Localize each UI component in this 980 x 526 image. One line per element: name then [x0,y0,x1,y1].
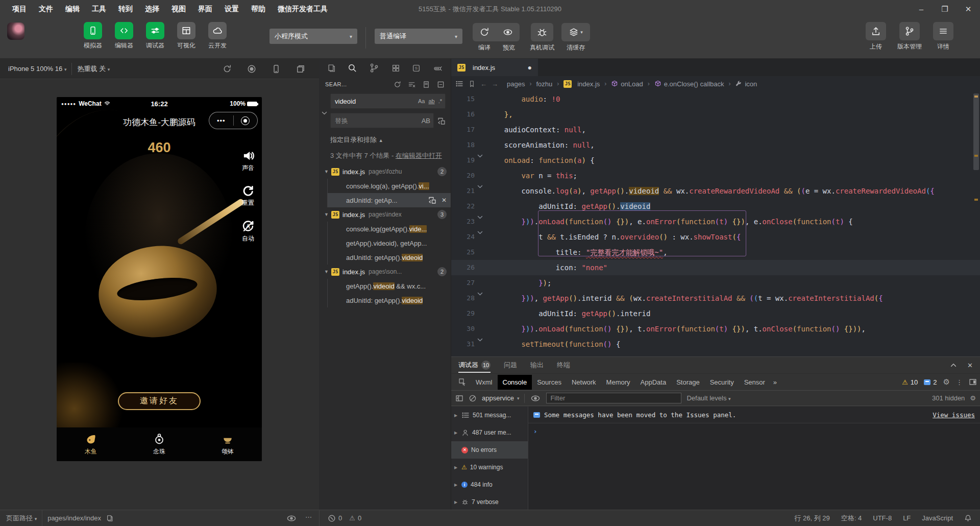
重置-button[interactable]: 重置 [241,185,255,207]
whole-word-toggle[interactable]: ab [428,98,434,104]
code-line[interactable]: 16 }, [451,107,980,122]
outline-icon[interactable] [455,80,463,88]
code-line[interactable]: 18 scoreAnimation: null, [451,137,980,153]
result-match-row[interactable]: adUnitId: getAp...✕ [328,193,451,207]
menu-工具[interactable]: 工具 [87,3,111,16]
nav-forward-icon[interactable]: → [492,80,498,88]
code-line[interactable]: 22 adUnitId: getApp().videoid [451,199,980,214]
声音-button[interactable]: 声音 [241,149,255,173]
breadcrumb-item[interactable]: JSindex.js [564,80,600,88]
copy-path-icon[interactable] [106,515,113,522]
devtools-tab-Storage[interactable]: Storage [671,375,705,390]
result-file-row[interactable]: ▼JSindex.jspages\fozhu2 [319,164,451,179]
twistie-icon[interactable]: ▼ [324,212,331,217]
log-levels-select[interactable]: Default levels ▾ [687,394,730,402]
menu-编辑[interactable]: 编辑 [60,3,85,16]
breadcrumb-item[interactable]: fozhu [536,80,552,88]
more-options-icon[interactable]: ⋯ [305,513,312,523]
console-sidebar-toggle-icon[interactable] [455,394,463,402]
phone-tab-颂钵[interactable]: 颂钵 [193,427,262,461]
panel-tab-输出[interactable]: 输出 [530,357,544,373]
cursor-position[interactable]: 行 26, 列 29 [794,514,829,523]
fold-chevron-icon[interactable] [477,153,484,159]
open-in-editor-link[interactable]: 在编辑器中打开 [396,152,442,159]
minimize-button[interactable]: – [910,0,933,18]
replace-input[interactable] [335,117,418,125]
search-input[interactable] [335,98,414,105]
search-icon[interactable] [348,63,357,73]
breadcrumb-item[interactable]: e.onClose() callback [654,80,724,88]
collapse-panel-icon[interactable] [950,362,957,369]
result-match-row[interactable]: adUnitId: getApp().videoid [328,293,451,307]
watch-eye-icon[interactable] [286,513,297,523]
devtools-tab-Security[interactable]: Security [705,375,739,390]
device-select[interactable]: iPhone 5 100% 16 ▾ [0,65,71,73]
toggle-调试器[interactable]: 调试器 [142,22,168,50]
tab-index-js[interactable]: JS index.js ● [451,59,538,76]
exit-button[interactable] [234,112,258,129]
code-line[interactable]: 15 audio: !0 [451,91,980,107]
menu-微信开发者工具[interactable]: 微信开发者工具 [273,3,333,16]
console-filter-error[interactable]: ✕No errors [451,441,528,459]
result-match-row[interactable]: console.log(getApp().vide... [328,222,451,236]
whale-icon[interactable] [433,64,443,73]
mode-select[interactable]: 小程序模式▾ [270,29,357,44]
close-panel-icon[interactable]: ✕ [967,362,973,369]
phone-tab-念珠[interactable]: 念珠 [125,427,193,461]
devtools-menu-icon[interactable]: ⋮ [956,378,963,386]
menu-项目[interactable]: 项目 [7,3,32,16]
console-filter-warning[interactable]: ▶⚠10 warnings [451,459,528,476]
devtools-tab-Wxml[interactable]: Wxml [471,375,498,390]
open-in-editor-icon[interactable] [423,81,430,88]
replace-icon[interactable] [428,196,436,204]
自动-button[interactable]: A自动 [241,220,255,243]
toggle-云开发[interactable]: 云开发 [204,22,231,50]
result-match-row[interactable]: console.log(a), getApp().vi... [328,179,451,193]
invite-friends-button[interactable]: 邀请好友 [118,392,201,410]
preserve-case-toggle[interactable]: AB [422,117,430,125]
dismiss-icon[interactable]: ✕ [442,197,447,204]
multi-window-icon[interactable] [296,64,305,74]
console-prompt[interactable]: › [528,423,980,439]
menu-帮助[interactable]: 帮助 [246,3,271,16]
devtools-tab-AppData[interactable]: AppData [635,375,672,390]
result-match-row[interactable]: getApp().videoid && wx.c... [328,279,451,293]
breadcrumb-item[interactable]: icon [735,80,757,88]
panel-tab-调试器[interactable]: 调试器10 [458,357,491,373]
console-filter-verbose[interactable]: ▶7 verbose [451,493,528,511]
code-line[interactable]: 25 title: "完整看完才能解锁哦~", [451,245,980,260]
record-icon[interactable] [247,64,256,74]
context-select[interactable]: appservice▾ [482,394,519,402]
result-file-row[interactable]: ▼JSindex.jspages\son...2 [319,265,451,279]
menu-视图[interactable]: 视图 [166,3,191,16]
result-match-row[interactable]: adUnitId: getApp().videoid [328,250,451,265]
encoding[interactable]: UTF-8 [873,514,892,522]
refresh-search-icon[interactable] [394,81,401,88]
live-expression-eye-icon[interactable] [530,393,541,403]
详情-button[interactable]: 详情 [933,22,953,51]
error-count[interactable] [328,514,336,522]
nav-back-icon[interactable]: ← [480,80,487,88]
code-line[interactable]: 24 t && t.isEnded ? n.overvideo() : wx.s… [451,229,980,245]
code-editor[interactable]: 15 audio: !016 },17 audioContext: null,1… [451,91,980,356]
language-mode[interactable]: JavaScript [922,514,953,522]
panel-tab-问题[interactable]: 问题 [504,357,517,373]
more-tabs-icon[interactable]: » [773,378,777,386]
preview-button[interactable] [496,23,520,41]
page-path-select[interactable]: 页面路径 ▾ [6,514,37,523]
menu-转到[interactable]: 转到 [113,3,138,16]
compile-mode-select[interactable]: 普通编译▾ [375,29,462,44]
replace-all-icon[interactable] [437,117,446,125]
code-line[interactable]: 31 setTimeout(function() { [451,337,980,352]
toggle-编辑器[interactable]: 编辑器 [111,22,137,50]
rotate-icon[interactable] [223,64,232,74]
console-filter-info[interactable]: ▶i484 info [451,476,528,493]
maximize-button[interactable]: ❐ [933,0,957,18]
code-line[interactable]: 29 adUnitId: getApp().interid [451,306,980,321]
user-avatar[interactable] [7,22,24,40]
code-line[interactable]: 28 })), getApp().interid && (wx.createIn… [451,291,980,306]
fold-chevron-icon[interactable] [477,183,484,190]
regex-toggle[interactable]: .* [438,98,442,104]
boxS-icon[interactable]: S [412,64,421,73]
code-line[interactable]: 17 audioContext: null, [451,122,980,137]
